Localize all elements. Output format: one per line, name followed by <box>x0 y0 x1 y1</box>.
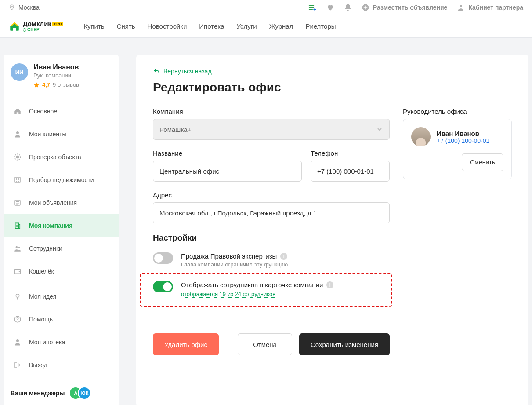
sidebar-item-label: Выход <box>29 361 47 369</box>
sidebar-item-label: Моя компания <box>29 222 72 229</box>
bulb-icon <box>13 292 22 301</box>
toggle-employees-switch[interactable] <box>153 281 173 292</box>
post-ad-label: Разместить объявление <box>373 4 447 11</box>
plus-circle-icon <box>362 4 369 11</box>
svg-point-15 <box>18 247 20 248</box>
sidebar-item-2[interactable]: Проверка объекта <box>4 146 119 168</box>
save-button[interactable]: Сохранить изменения <box>299 333 390 355</box>
wallet-icon <box>13 267 22 276</box>
employees-shown-link[interactable]: отображается 19 из 24 сотрудников <box>181 291 275 298</box>
nav-buy[interactable]: Купить <box>83 22 104 30</box>
city-selector[interactable]: Москва <box>18 4 40 11</box>
building-icon <box>13 175 22 184</box>
bell-icon[interactable] <box>344 4 352 11</box>
people-icon <box>13 244 22 253</box>
company-label: Компания <box>153 108 390 115</box>
sidebar-item-6[interactable]: Сотрудники <box>4 237 119 260</box>
sidebar-item-12[interactable]: Выход <box>4 354 119 376</box>
office-manager-title: Руководитель офиса <box>403 108 512 115</box>
sidebar-item-label: Сотрудники <box>29 245 62 252</box>
sidebar-item-0[interactable]: Основное <box>4 100 119 123</box>
back-arrow-icon <box>153 68 160 75</box>
nav-rent[interactable]: Снять <box>117 22 135 30</box>
logo[interactable]: ДомкликPRO СБЕР <box>9 20 63 32</box>
sidebar-item-3[interactable]: Подбор недвижимости <box>4 168 119 191</box>
avatar: ИИ <box>11 63 28 81</box>
nav-newbuild[interactable]: Новостройки <box>148 22 187 30</box>
sidebar-item-1[interactable]: Мои клиенты <box>4 123 119 146</box>
nav-journal[interactable]: Журнал <box>269 22 293 30</box>
sidebar-item-11[interactable]: Моя ипотека <box>4 331 119 354</box>
bank-icon <box>13 338 22 347</box>
exit-icon <box>13 361 22 369</box>
page-title: Редактировать офис <box>153 80 512 95</box>
address-input[interactable] <box>153 202 390 223</box>
sidebar-item-9[interactable]: Моя идея <box>4 285 119 308</box>
phone-label: Телефон <box>311 150 390 157</box>
star-icon <box>33 82 40 88</box>
info-icon[interactable]: i <box>326 281 333 288</box>
settings-heading: Настройки <box>153 233 390 243</box>
sidebar-item-10[interactable]: Помощь <box>4 308 119 331</box>
sidebar-item-7[interactable]: Кошелёк <box>4 260 119 283</box>
cancel-button[interactable]: Отмена <box>238 333 292 355</box>
partner-cabinet-label: Кабинет партнера <box>468 4 523 11</box>
back-link[interactable]: Вернуться назад <box>153 68 212 75</box>
help-icon <box>13 315 22 324</box>
pin-icon <box>9 4 15 11</box>
toggle-show-employees: Отображать сотрудников в карточке компан… <box>153 278 379 300</box>
user-icon <box>13 130 22 139</box>
logo-sub: СБЕР <box>27 27 40 32</box>
sidebar-item-label: Подбор недвижимости <box>29 176 94 183</box>
list-icon <box>13 198 22 207</box>
name-label: Название <box>153 150 302 157</box>
change-manager-button[interactable]: Сменить <box>462 153 503 171</box>
sidebar-item-4[interactable]: Мои объявления <box>4 191 119 214</box>
post-ad-link[interactable]: Разместить объявление <box>362 4 447 11</box>
nav-mortgage[interactable]: Ипотека <box>199 22 224 30</box>
toggle-employees-label: Отображать сотрудников в карточке компан… <box>181 281 323 288</box>
profile-block: ИИ Иван Иванов Рук. компании 4,7 9 отзыв… <box>4 55 119 97</box>
sidebar-item-label: Проверка объекта <box>29 153 81 161</box>
phone-input[interactable] <box>311 161 390 182</box>
nav-realtors[interactable]: Риелторы <box>305 22 336 30</box>
sidebar-item-5[interactable]: Моя компания <box>4 214 119 237</box>
info-icon[interactable]: i <box>280 253 287 260</box>
toggle-legal-expertise: Продажа Правовой экспертизы i Глава комп… <box>153 250 390 270</box>
nav-services[interactable]: Услуги <box>237 22 257 30</box>
svg-point-7 <box>460 5 462 7</box>
svg-point-17 <box>16 294 19 298</box>
svg-point-0 <box>11 6 13 7</box>
company-icon <box>13 221 22 230</box>
svg-rect-11 <box>15 177 20 182</box>
check-icon <box>13 153 22 161</box>
sidebar-item-label: Кошелёк <box>29 268 54 275</box>
company-select[interactable]: Ромашка+ <box>153 119 390 140</box>
back-link-label: Вернуться назад <box>163 68 212 75</box>
logo-badge: PRO <box>52 22 63 26</box>
delete-office-button[interactable]: Удалить офис <box>153 333 219 355</box>
chevron-down-icon <box>376 126 383 133</box>
sidebar-item-label: Мои клиенты <box>29 131 67 138</box>
heart-icon[interactable] <box>326 4 334 11</box>
profile-name: Иван Иванов <box>33 63 79 71</box>
reviews-count[interactable]: 9 отзывов <box>53 81 79 88</box>
partner-cabinet-link[interactable]: Кабинет партнера <box>457 4 523 11</box>
name-input[interactable] <box>153 161 302 182</box>
manager-name: Иван Иванов <box>437 130 489 137</box>
svg-point-8 <box>16 131 19 134</box>
highlighted-toggle-callout: Отображать сотрудников в карточке компан… <box>140 273 392 307</box>
address-label: Адрес <box>153 191 390 199</box>
toggle-legal-switch[interactable] <box>153 252 173 264</box>
compare-icon[interactable] <box>308 4 317 11</box>
sidebar-item-label: Основное <box>29 108 57 115</box>
managers-avatars[interactable]: АЮК <box>69 387 91 400</box>
sidebar-item-label: Моя ипотека <box>29 339 65 346</box>
svg-point-14 <box>16 246 18 248</box>
profile-role: Рук. компании <box>33 72 79 79</box>
manager-avatar[interactable]: ЮК <box>78 387 91 400</box>
logo-name: Домклик <box>23 20 51 27</box>
sidebar-item-label: Мои объявления <box>29 199 77 206</box>
sidebar-item-label: Помощь <box>29 316 53 323</box>
manager-phone[interactable]: +7 (100) 100-00-01 <box>437 137 489 144</box>
